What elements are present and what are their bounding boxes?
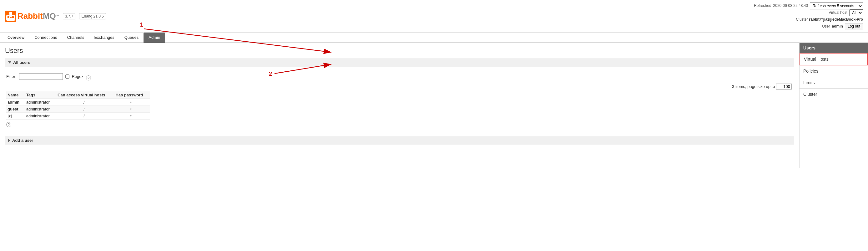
user-tags-jzj: administrator (25, 113, 56, 119)
items-count-text: 3 items, page size up to (732, 84, 775, 89)
user-name-guest: guest (6, 106, 25, 113)
sidebar-item-limits[interactable]: Limits (800, 77, 868, 89)
refreshed-time: 2020-06-08 22:48:40 (773, 2, 808, 9)
all-users-section-header[interactable]: All users (5, 58, 794, 67)
user-tags-admin: administrator (25, 99, 56, 106)
content-area: Users All users Filter: Regex ? 3 items,… (0, 43, 799, 148)
header: RabbitMQ™ 3.7.7 Erlang 21.0.5 Refreshed … (0, 0, 868, 32)
add-user-section: Add a user (5, 136, 794, 145)
rabbitmq-logo-icon (5, 11, 16, 22)
page-title: Users (5, 47, 794, 55)
user-vhosts-admin: / (56, 99, 114, 106)
cluster-label: Cluster (796, 16, 808, 23)
svg-rect-1 (9, 12, 12, 15)
all-users-content: Filter: Regex ? 3 items, page size up to… (5, 67, 794, 130)
filter-row: Filter: Regex ? (6, 72, 793, 80)
sidebar-item-virtual-hosts[interactable]: Virtual Hosts (800, 53, 868, 65)
user-tags-guest: administrator (25, 106, 56, 113)
svg-rect-4 (12, 16, 14, 18)
table-row[interactable]: guest administrator / • (6, 106, 150, 113)
table-header: Name Tags Can access virtual hosts Has p… (6, 91, 150, 99)
sidebar-header: Users (800, 43, 868, 53)
nav-item-channels[interactable]: Channels (62, 32, 89, 43)
regex-checkbox[interactable] (65, 75, 69, 79)
regex-help-button[interactable]: ? (86, 76, 91, 80)
virtual-host-select[interactable]: All / (849, 9, 863, 16)
expand-icon (8, 139, 10, 142)
logo[interactable]: RabbitMQ™ (5, 11, 59, 22)
col-name: Name (6, 91, 25, 99)
user-label: User (822, 23, 830, 30)
items-info-row: 3 items, page size up to (6, 84, 793, 89)
sidebar-item-cluster[interactable]: Cluster (800, 89, 868, 100)
nav-item-exchanges[interactable]: Exchanges (89, 32, 119, 43)
col-tags: Tags (25, 91, 56, 99)
logout-button[interactable]: Log out (845, 23, 863, 29)
logo-mq-text: MQ (43, 11, 56, 21)
page-size-input[interactable] (776, 84, 792, 89)
refreshed-label: Refreshed (754, 2, 771, 9)
cluster-row: Cluster rabbit@jiazijiedeMacBook-Pro (754, 16, 863, 23)
sidebar-item-policies[interactable]: Policies (800, 65, 868, 77)
main-nav: Overview Connections Channels Exchanges … (0, 32, 868, 43)
virtual-host-row: Virtual host All / (754, 9, 863, 16)
col-password: Has password (114, 91, 150, 99)
user-password-admin: • (114, 99, 150, 106)
table-row[interactable]: jzj administrator / • (6, 113, 150, 119)
sidebar: Users Virtual Hosts Policies Limits Clus… (799, 43, 868, 168)
user-name-admin: admin (6, 99, 25, 106)
regex-label: Regex (72, 74, 84, 79)
version-badge: 3.7.7 (63, 13, 76, 20)
nav-item-admin[interactable]: Admin (144, 32, 165, 43)
svg-rect-5 (10, 17, 11, 18)
nav-item-overview[interactable]: Overview (2, 32, 29, 43)
nav-item-connections[interactable]: Connections (29, 32, 62, 43)
table-help-button[interactable]: ? (6, 122, 11, 127)
collapse-icon (8, 61, 11, 63)
user-vhosts-jzj: / (56, 113, 114, 119)
user-row: User admin Log out (754, 23, 863, 30)
user-vhosts-guest: / (56, 106, 114, 113)
main-layout: Users All users Filter: Regex ? 3 items,… (0, 43, 868, 168)
add-user-label: Add a user (12, 138, 33, 143)
logo-rabbit-text: Rabbit (18, 11, 43, 21)
header-right: Refreshed 2020-06-08 22:48:40 Refresh ev… (754, 2, 863, 30)
cluster-value: rabbit@jiazijiedeMacBook-Pro (809, 16, 863, 23)
user-value: admin (832, 23, 843, 30)
users-table: Name Tags Can access virtual hosts Has p… (6, 91, 150, 119)
erlang-badge: Erlang 21.0.5 (79, 13, 106, 20)
user-name-jzj: jzj (6, 113, 25, 119)
virtual-host-label: Virtual host (829, 9, 847, 16)
table-row[interactable]: admin administrator / • (6, 99, 150, 106)
filter-input[interactable] (19, 73, 63, 80)
table-body: admin administrator / • guest administra… (6, 99, 150, 119)
refresh-select[interactable]: Refresh every 5 seconds Refresh every 10… (810, 2, 863, 9)
logo-area: RabbitMQ™ 3.7.7 Erlang 21.0.5 (5, 11, 106, 22)
all-users-label: All users (13, 60, 30, 65)
filter-label: Filter: (6, 74, 17, 79)
user-password-jzj: • (114, 113, 150, 119)
add-user-section-header[interactable]: Add a user (5, 136, 794, 145)
col-vhosts: Can access virtual hosts (56, 91, 114, 99)
svg-rect-3 (7, 16, 9, 18)
refresh-row: Refreshed 2020-06-08 22:48:40 Refresh ev… (754, 2, 863, 9)
user-password-guest: • (114, 106, 150, 113)
logo-tm: ™ (56, 15, 59, 18)
nav-item-queues[interactable]: Queues (119, 32, 144, 43)
